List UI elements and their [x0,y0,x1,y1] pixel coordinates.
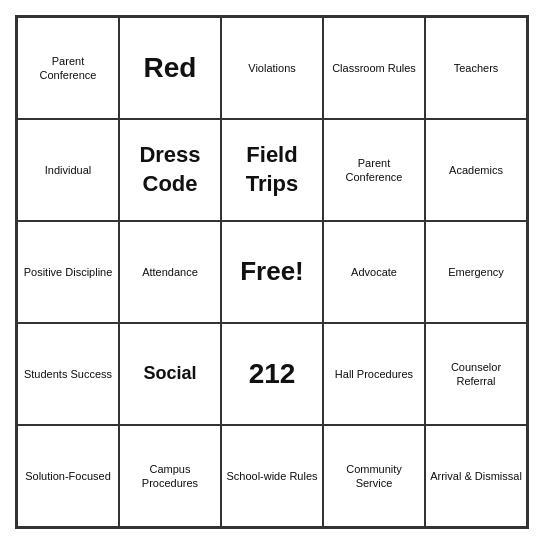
bingo-cell-r0c3: Classroom Rules [323,17,425,119]
bingo-cell-r1c4: Academics [425,119,527,221]
bingo-cell-r1c1: Dress Code [119,119,221,221]
bingo-cell-r0c2: Violations [221,17,323,119]
bingo-cell-r3c2: 212 [221,323,323,425]
bingo-cell-r2c2: Free! [221,221,323,323]
bingo-cell-r1c2: Field Trips [221,119,323,221]
bingo-cell-r4c4: Arrival & Dismissal [425,425,527,527]
bingo-cell-r0c4: Teachers [425,17,527,119]
bingo-cell-r4c3: Community Service [323,425,425,527]
bingo-cell-r3c0: Students Success [17,323,119,425]
bingo-card: Parent ConferenceRedViolationsClassroom … [15,15,529,529]
bingo-cell-r0c1: Red [119,17,221,119]
bingo-cell-r3c4: Counselor Referral [425,323,527,425]
bingo-cell-r2c4: Emergency [425,221,527,323]
bingo-cell-r1c0: Individual [17,119,119,221]
bingo-cell-r0c0: Parent Conference [17,17,119,119]
bingo-cell-r4c0: Solution-Focused [17,425,119,527]
bingo-cell-r2c0: Positive Discipline [17,221,119,323]
bingo-cell-r2c3: Advocate [323,221,425,323]
bingo-cell-r4c2: School-wide Rules [221,425,323,527]
bingo-cell-r1c3: Parent Conference [323,119,425,221]
bingo-cell-r4c1: Campus Procedures [119,425,221,527]
bingo-cell-r3c1: Social [119,323,221,425]
bingo-cell-r2c1: Attendance [119,221,221,323]
bingo-cell-r3c3: Hall Procedures [323,323,425,425]
